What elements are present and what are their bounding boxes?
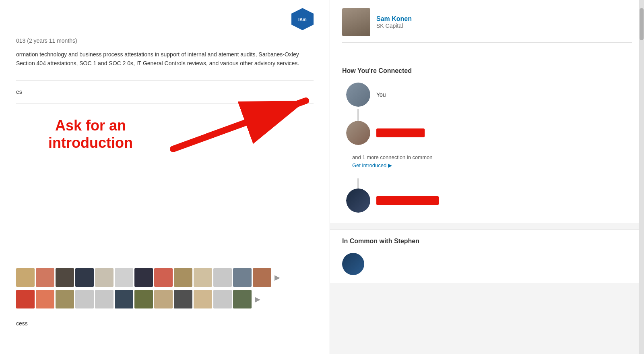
svg-line-1 (173, 101, 306, 149)
avatar-thumb (154, 290, 173, 308)
avatar-thumb (233, 268, 252, 287)
in-common-section: In Common with Stephen (330, 229, 644, 283)
you-avatar (346, 83, 370, 107)
avatar-thumb (36, 268, 54, 287)
avatar-thumb (56, 268, 74, 287)
avatar-thumb (134, 290, 153, 308)
avatar-thumb (75, 290, 94, 308)
redacted-name-2 (376, 196, 439, 205)
scrollbar-thumb[interactable] (640, 8, 644, 40)
in-common-avatar (342, 253, 364, 275)
profile-header: Sam Konen SK Capital (342, 8, 632, 43)
profile-info: Sam Konen SK Capital (376, 15, 412, 29)
profile-company: SK Capital (376, 23, 412, 29)
avatar-thumb (213, 290, 232, 308)
mutual-avatar-2 (346, 188, 370, 213)
profile-name[interactable]: Sam Konen (376, 15, 412, 23)
avatar-thumb (174, 268, 192, 287)
right-panel: Sam Konen SK Capital How You're Connecte… (330, 0, 644, 354)
people-row-1: ▶ (16, 268, 314, 287)
you-label: You (376, 91, 386, 98)
get-introduced-link[interactable]: Get introduced ▶ (352, 162, 432, 168)
row2-chevron[interactable]: ▶ (255, 295, 260, 304)
company-logo: IKm (291, 8, 314, 30)
you-node: You (346, 83, 386, 107)
connection-graph: You and 1 more connection in common Get … (342, 83, 632, 215)
profile-avatar (342, 8, 370, 36)
description-text: ormation technology and business process… (16, 50, 314, 68)
avatar-thumb (213, 268, 232, 287)
avatar-thumb (253, 268, 271, 287)
section-divider-2 (342, 223, 632, 223)
in-common-title: In Common with Stephen (342, 238, 632, 245)
avatar-thumb (75, 268, 94, 287)
connector-line-2 (357, 178, 359, 188)
left-panel: IKm 013 (2 years 11 months) ormation tec… (0, 0, 330, 354)
connector-line-1 (357, 109, 359, 121)
avatar-thumb (154, 268, 173, 287)
avatar-thumb (16, 290, 35, 308)
people-row-2: ▶ (16, 290, 314, 308)
divider-1 (16, 80, 314, 81)
profile-header-section: Sam Konen SK Capital (330, 0, 644, 59)
duration-text: 013 (2 years 11 months) (16, 37, 314, 44)
mutual-node-1 (346, 121, 425, 145)
avatar-thumb (233, 290, 252, 308)
avatar-thumb (134, 268, 153, 287)
intro-line2: introduction (48, 134, 133, 151)
row1-chevron[interactable]: ▶ (275, 273, 280, 282)
avatar-thumb (95, 290, 114, 308)
avatar-thumb (194, 268, 212, 287)
common-text: and 1 more connection in common (352, 154, 432, 160)
avatar-thumb (56, 290, 74, 308)
intro-line1: Ask for an (48, 117, 133, 134)
avatar-thumb (36, 290, 54, 308)
avatar-thumb (174, 290, 192, 308)
redacted-name-1 (376, 128, 425, 137)
avatar-thumb (16, 268, 35, 287)
scrollbar[interactable] (639, 0, 644, 354)
arrow-svg (153, 89, 326, 157)
avatar-thumb (95, 268, 114, 287)
mutual-node-2 (346, 188, 439, 213)
avatar-thumb (115, 290, 133, 308)
connection-section: How You're Connected You (330, 59, 644, 223)
avatar-thumb (194, 290, 212, 308)
connection-section-title: How You're Connected (342, 67, 632, 75)
avatar-thumb (115, 268, 133, 287)
mutual-avatar-1 (346, 121, 370, 145)
section-cess: cess (16, 320, 28, 327)
intro-annotation: Ask for an introduction (48, 117, 133, 151)
